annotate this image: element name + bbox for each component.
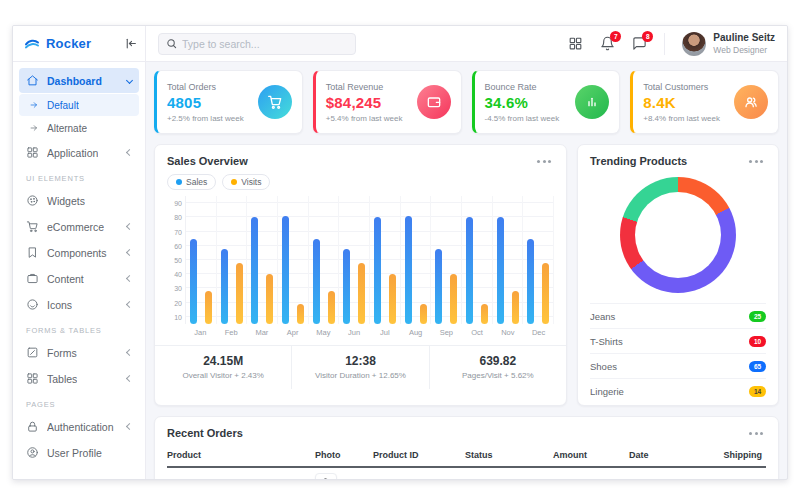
sidebar-item-user-profile[interactable]: User Profile: [19, 440, 139, 465]
sidebar-item-tables[interactable]: Tables: [19, 366, 139, 391]
orders-table: ProductPhotoProduct IDStatusAmountDateSh…: [167, 445, 766, 479]
chart-legend: SalesVisits: [167, 174, 554, 190]
trending-item-label: Jeans: [590, 311, 615, 322]
sidebar-item-application[interactable]: Application: [19, 140, 139, 165]
sidebar-item-alternate[interactable]: Alternate: [19, 117, 139, 139]
sales-bar[interactable]: [374, 217, 381, 324]
legend-item-visits[interactable]: Visits: [222, 174, 270, 190]
footer-stat-value: 24.15M: [159, 354, 287, 368]
visits-bar[interactable]: [358, 263, 365, 324]
sidebar-item-icons[interactable]: Icons: [19, 292, 139, 317]
sidebar-item-ecommerce[interactable]: eCommerce: [19, 214, 139, 239]
sales-overview-title: Sales Overview: [167, 155, 248, 167]
sales-footer-stats: 24.15MOverall Visitor + 2.43%12:38Visito…: [155, 345, 566, 389]
sales-bar[interactable]: [405, 216, 412, 324]
sales-footer-stat: 24.15MOverall Visitor + 2.43%: [155, 346, 292, 389]
order-row[interactable]: Iphone 5#9405822Paid$1250.0003 Feb 2020: [167, 468, 766, 479]
sidebar-item-dashboard[interactable]: Dashboard: [19, 68, 139, 93]
sales-bar[interactable]: [343, 249, 350, 324]
sidebar-item-content[interactable]: Content: [19, 266, 139, 291]
visits-bar[interactable]: [420, 304, 427, 324]
month-column-sep: [431, 196, 462, 324]
sidebar-item-label: Icons: [47, 299, 72, 311]
trending-item-jeans[interactable]: Jeans25: [590, 303, 766, 328]
visits-bar[interactable]: [328, 291, 335, 324]
stat-label: Total Customers: [643, 82, 720, 92]
notifications-bell-icon[interactable]: 7: [600, 36, 615, 51]
chevron-left-icon: [126, 223, 133, 230]
trending-products-menu-icon[interactable]: [746, 157, 766, 166]
y-tick-label: 50: [174, 257, 182, 264]
sales-bar[interactable]: [466, 217, 473, 324]
visits-bar[interactable]: [389, 274, 396, 324]
content-icon: [26, 272, 39, 285]
chevron-left-icon: [126, 275, 133, 282]
user-name: Pauline Seitz: [713, 32, 775, 45]
sidebar-item-forms[interactable]: Forms: [19, 340, 139, 365]
sidebar-item-widgets[interactable]: Widgets: [19, 188, 139, 213]
sidebar-item-authentication[interactable]: Authentication: [19, 414, 139, 439]
sidebar-item-label: Dashboard: [47, 75, 102, 87]
stat-icon-circle: [575, 85, 609, 119]
column-header-product: Product: [167, 450, 315, 460]
sales-bar[interactable]: [221, 249, 228, 324]
brand[interactable]: Rocker: [23, 35, 91, 53]
legend-item-sales[interactable]: Sales: [167, 174, 216, 190]
y-tick-label: 80: [174, 214, 182, 221]
sidebar-collapse-icon[interactable]: [124, 37, 137, 50]
visits-bar[interactable]: [542, 263, 549, 324]
donut-chart-wrap: [590, 167, 766, 301]
sidebar-item-default[interactable]: Default: [19, 94, 139, 116]
sales-bar[interactable]: [282, 216, 289, 324]
trending-item-lingerie[interactable]: Lingerie14: [590, 378, 766, 403]
sales-bar[interactable]: [313, 239, 320, 324]
trending-item-t-shirts[interactable]: T-Shirts10: [590, 328, 766, 353]
apps-grid-icon[interactable]: [568, 36, 583, 51]
stat-value: $84,245: [326, 94, 403, 111]
visits-bar[interactable]: [481, 304, 488, 324]
top-navbar: Rocker: [13, 26, 787, 62]
sidebar-item-components[interactable]: Components: [19, 240, 139, 265]
trending-item-shoes[interactable]: Shoes65: [590, 353, 766, 378]
sales-bar[interactable]: [435, 249, 442, 324]
sales-bar[interactable]: [527, 239, 534, 324]
trending-item-label: Lingerie: [590, 386, 624, 397]
column-header-photo: Photo: [315, 450, 373, 460]
column-header-product-id: Product ID: [373, 450, 465, 460]
recent-orders-title: Recent Orders: [167, 427, 243, 439]
sidebar-item-label: Components: [47, 247, 107, 259]
user-menu[interactable]: Pauline Seitz Web Designer: [682, 32, 775, 56]
x-tick-label: Oct: [462, 324, 493, 343]
stat-card-total-revenue: Total Revenue$84,245+5.4% from last week: [313, 70, 462, 134]
stat-card-bounce-rate: Bounce Rate34.6%-4.5% from last week: [472, 70, 621, 134]
chart-x-axis: JanFebMarAprMayJunJulAugSepOctNovDec: [185, 324, 554, 343]
messages-badge: 8: [642, 31, 653, 42]
y-tick-label: 40: [174, 271, 182, 278]
chart-y-axis: 908070605040302010: [167, 196, 185, 324]
visits-bar[interactable]: [205, 291, 212, 324]
visits-bar[interactable]: [512, 291, 519, 324]
visits-bar[interactable]: [450, 274, 457, 324]
search-input[interactable]: [182, 38, 348, 50]
recent-orders-menu-icon[interactable]: [746, 429, 766, 438]
messages-chat-icon[interactable]: 8: [632, 36, 647, 51]
visits-bar[interactable]: [297, 304, 304, 324]
brand-name: Rocker: [46, 36, 91, 51]
x-tick-label: Dec: [523, 324, 554, 343]
trending-item-badge: 10: [749, 336, 766, 347]
charts-row: Sales Overview SalesVisits 9080706050403…: [154, 144, 779, 406]
visits-bar[interactable]: [236, 263, 243, 324]
sidebar-item-label: eCommerce: [47, 221, 104, 233]
x-tick-label: Nov: [493, 324, 524, 343]
legend-dot: [176, 179, 182, 185]
sales-bar[interactable]: [251, 217, 258, 324]
sales-overview-menu-icon[interactable]: [534, 157, 554, 166]
visits-bar[interactable]: [266, 274, 273, 324]
footer-stat-value: 12:38: [296, 354, 424, 368]
x-tick-label: Jul: [370, 324, 401, 343]
chevron-left-icon: [126, 349, 133, 356]
topbar-divider: [664, 33, 665, 55]
sales-bar[interactable]: [190, 239, 197, 324]
form-icon: [26, 346, 39, 359]
sales-bar[interactable]: [497, 217, 504, 324]
